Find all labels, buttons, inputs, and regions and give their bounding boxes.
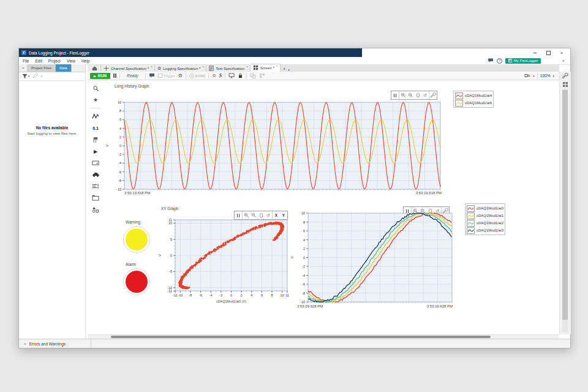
tab-close-icon[interactable]: × <box>246 65 248 69</box>
collapse-panel-button[interactable]: = <box>19 64 28 72</box>
tab-container-control-icon[interactable] <box>90 194 101 202</box>
legend-label: cDAQ1Mod1/ai6 <box>465 101 492 105</box>
panel-tab-data[interactable]: Data <box>56 64 72 72</box>
probe-caret-icon[interactable]: ▾ <box>533 74 535 78</box>
play-control-icon[interactable]: ▶ <box>90 147 101 156</box>
zoom-level[interactable]: 100% <box>540 74 551 78</box>
left-panel: = Project FilesData ▾ × No files availab… <box>19 64 86 339</box>
legend-item[interactable]: cDAQ1Mod1/ai4 <box>455 92 492 99</box>
flexlogger-mini-icon <box>508 59 512 62</box>
title-brand-area: F Data Logging Project - FlexLogger <box>19 48 362 57</box>
lh-y-tick: 6 <box>119 118 121 121</box>
time-graph-legend: cDAQ1Mod1/ai0cDAQ1Mod1/ai1cDAQ1Mod1/ai2c… <box>465 203 505 235</box>
filter-caret-icon: ▾ <box>28 74 30 78</box>
trigger-settings-gear-icon[interactable]: ⚙ <box>178 74 183 78</box>
trigger-checkbox[interactable]: Trigger <box>158 74 175 78</box>
minimize-button[interactable] <box>529 49 541 56</box>
xy-x-tick: 2 <box>241 293 243 297</box>
bottom-bar: ∧ Errors and Warnings <box>19 339 570 348</box>
legend-plot-icon <box>455 92 463 99</box>
menu-item-edit[interactable]: Edit <box>35 59 42 63</box>
settings-gear-icon[interactable]: ⚙ <box>212 74 216 78</box>
vertical-scrollbar-thumb[interactable] <box>562 90 568 320</box>
run-label: RUN <box>98 74 107 78</box>
xy-x-tick: 4 <box>251 293 252 297</box>
legend-item[interactable]: cDAQ1Mod1/ai3 <box>467 227 503 234</box>
autoscale-icon[interactable]: S <box>219 73 222 78</box>
new-tab-button[interactable]: + <box>281 66 288 72</box>
xy-x-tick: -4 <box>209 293 213 297</box>
delete-button[interactable]: × <box>40 74 43 79</box>
text-entry-control-icon[interactable] <box>90 182 101 190</box>
g2-y-tick: 0 <box>303 256 305 260</box>
long-history-plot[interactable]: 1086420-2-4-6-8-10V <box>101 96 444 193</box>
screen-icon <box>253 65 258 71</box>
legend-item[interactable]: cDAQ1Mod1/ai0 <box>467 205 503 212</box>
tab-close-icon[interactable]: × <box>151 65 153 69</box>
screen-grid-icon[interactable] <box>562 81 568 88</box>
menu-item-file[interactable]: File <box>23 59 29 63</box>
tab-close-icon[interactable]: × <box>276 64 278 68</box>
menu-item-help[interactable]: Help <box>81 59 89 63</box>
distribute-grid-icon[interactable] <box>259 73 265 78</box>
y-axis-label: V <box>105 145 109 147</box>
numeric-control-icon[interactable]: 0.1 <box>90 124 101 132</box>
lock-icon[interactable] <box>238 73 243 78</box>
tab-test-specification[interactable]: Test Specification× <box>206 65 251 72</box>
xy-plot[interactable]: -11-10-8-6-4-2024681011111050-5-10-11cDA… <box>156 215 295 308</box>
add-note-icon[interactable] <box>149 73 155 78</box>
my-flexlogger-label: My FlexLogger <box>514 59 538 62</box>
feedback-bubble-icon[interactable] <box>488 58 494 63</box>
screen-canvas: ★ 0.1 F ▶ Long History Graph ↺ cDAQ1Mod1… <box>88 80 559 334</box>
tab-logging-specification[interactable]: ⚙Logging Specification *× <box>155 65 206 72</box>
my-flexlogger-button[interactable]: My FlexLogger <box>505 58 541 64</box>
tab-screen[interactable]: Screen *× <box>251 64 281 72</box>
tab-label: Logging Specification * <box>163 67 200 70</box>
menu-items: FileEditProjectViewHelp <box>23 57 89 64</box>
legend-item[interactable]: cDAQ1Mod1/ai6 <box>455 99 492 107</box>
shapes-control-icon[interactable] <box>90 205 101 214</box>
zoom-caret-icon[interactable]: ▾ <box>552 74 554 78</box>
vertical-scrollbar[interactable] <box>562 89 568 333</box>
legend-label: cDAQ1Mod1/ai4 <box>465 94 492 97</box>
graph-control-icon[interactable] <box>90 112 101 121</box>
monitor-icon[interactable] <box>228 73 235 78</box>
flexlogger-logo-icon: F <box>21 50 26 55</box>
tab-close-icon[interactable]: × <box>202 65 204 69</box>
help-icon[interactable]: ? <box>497 58 502 64</box>
favorites-star-icon[interactable]: ★ <box>90 96 101 104</box>
menu-item-project[interactable]: Project <box>48 59 61 63</box>
rename-button[interactable] <box>32 73 38 80</box>
errors-warnings-toggle[interactable]: ∧ Errors and Warnings <box>19 339 91 348</box>
align-grid-icon[interactable] <box>250 73 256 78</box>
xy-x-tick: -2 <box>219 293 222 297</box>
pause-button[interactable] <box>113 74 116 78</box>
legend-item[interactable]: cDAQ1Mod1/ai2 <box>467 219 503 227</box>
panel-tab-project-files[interactable]: Project Files <box>28 64 56 72</box>
menu-overflow-caret-icon[interactable]: ▾ <box>562 59 564 62</box>
filter-button[interactable]: ▾ <box>22 74 30 79</box>
run-button[interactable]: ▶ RUN <box>90 73 110 79</box>
home-tab[interactable] <box>88 65 101 72</box>
sync-button[interactable]: SYNC <box>189 74 206 78</box>
tab-channel-specification[interactable]: Channel Specification *× <box>101 65 155 72</box>
search-icon[interactable] <box>90 84 101 92</box>
wrench-icon[interactable] <box>562 73 568 79</box>
legend-plot-icon <box>467 227 475 234</box>
button-control-icon[interactable] <box>90 159 101 167</box>
time-graph-plot[interactable]: 1086420-2-4-6-8-10V <box>285 208 458 312</box>
horizontal-scrollbar-thumb[interactable] <box>111 336 491 338</box>
maximize-button[interactable] <box>542 49 554 56</box>
g2-y-tick: 2 <box>303 247 305 251</box>
trigger-label: Trigger <box>164 74 175 78</box>
menu-item-view[interactable]: View <box>67 59 75 63</box>
close-button[interactable]: × <box>556 49 568 56</box>
vehicle-control-icon[interactable] <box>90 170 101 179</box>
legend-plot-icon <box>455 100 463 107</box>
alarm-flag-control-icon[interactable]: F <box>90 135 101 144</box>
legend-item[interactable]: cDAQ1Mod1/ai1 <box>467 212 503 219</box>
xy-x-tick: -8 <box>189 293 192 297</box>
run-play-icon: ▶ <box>94 74 96 78</box>
palette-divider <box>91 108 100 108</box>
probe-icon[interactable] <box>524 73 530 78</box>
